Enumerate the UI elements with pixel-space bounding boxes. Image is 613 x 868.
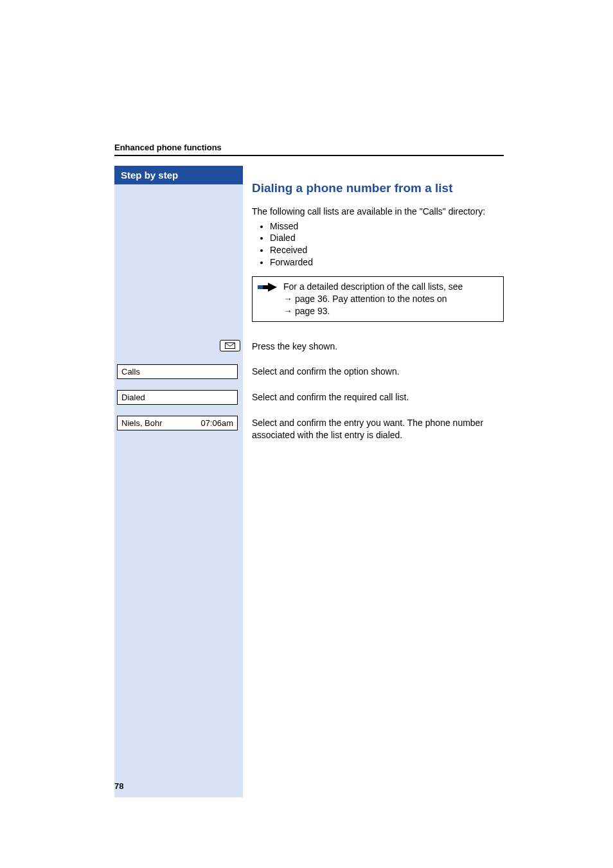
- svg-rect-1: [263, 285, 268, 289]
- step-key-text: Press the key shown.: [252, 341, 504, 353]
- note-line1-prefix: For a detailed description of the call l…: [283, 281, 463, 292]
- step-calls-text: Select and confirm the option shown.: [252, 366, 504, 378]
- display-calls: Calls: [117, 364, 238, 379]
- left-column: Step by step: [114, 166, 243, 797]
- bullet-missed: Missed: [270, 220, 504, 233]
- display-entry-name: Niels, Bohr: [121, 418, 163, 428]
- display-entry-time: 07:06am: [200, 418, 233, 428]
- step-entry-text: Select and confirm the entry you want. T…: [252, 417, 504, 441]
- step-dialed-text: Select and confirm the required call lis…: [252, 391, 504, 403]
- envelope-key-icon: [220, 340, 240, 351]
- note-box: For a detailed description of the call l…: [252, 276, 504, 322]
- bullet-dialed: Dialed: [270, 232, 504, 244]
- intro-paragraph: The following call lists are available i…: [252, 206, 504, 218]
- display-dialed: Dialed: [117, 390, 238, 405]
- section-heading: Dialing a phone number from a list: [252, 180, 504, 197]
- note-arrow-1: →: [283, 294, 292, 304]
- step-dialed-left: Dialed: [114, 390, 243, 405]
- bullet-forwarded: Forwarded: [270, 256, 504, 269]
- step-calls-left: Calls: [114, 364, 243, 379]
- step-by-step-header: Step by step: [114, 166, 243, 184]
- step-entry-left: Niels, Bohr 07:06am: [114, 416, 243, 430]
- page: Enhanced phone functions Step by step Di…: [0, 0, 613, 868]
- note-arrow-icon: [258, 281, 277, 294]
- page-number: 78: [114, 781, 123, 791]
- note-arrow-2: →: [283, 306, 292, 316]
- right-column: Dialing a phone number from a list The f…: [243, 166, 504, 797]
- bullet-received: Received: [270, 244, 504, 256]
- content-columns: Step by step Dialing a phone number from…: [114, 166, 504, 797]
- note-ref-1: page 36. Pay attention to the notes on: [292, 294, 447, 304]
- note-ref-2: page 93.: [292, 306, 330, 316]
- svg-rect-0: [258, 285, 263, 289]
- call-lists-bullets: Missed Dialed Received Forwarded: [252, 220, 504, 269]
- display-entry: Niels, Bohr 07:06am: [117, 416, 238, 430]
- step-key-left: [114, 340, 243, 351]
- display-dialed-label: Dialed: [121, 393, 145, 402]
- note-text: For a detailed description of the call l…: [283, 281, 498, 317]
- running-head: Enhanced phone functions: [114, 143, 504, 156]
- display-calls-label: Calls: [121, 367, 140, 376]
- svg-marker-2: [268, 283, 277, 292]
